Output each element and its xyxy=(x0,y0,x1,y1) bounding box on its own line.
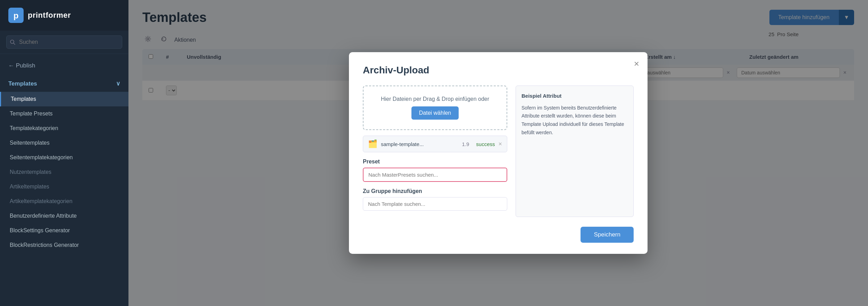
modal-body: Hier Dateien per Drag & Drop einfügen od… xyxy=(363,86,634,217)
sidebar-item-seitentemplates[interactable]: Seitentemplates xyxy=(0,136,128,150)
preset-input[interactable] xyxy=(363,168,507,182)
sidebar-templates-group: Templates ∨ Templates Template Presets T… xyxy=(0,74,128,254)
save-button[interactable]: Speichern xyxy=(581,227,634,243)
sidebar-item-template-presets[interactable]: Template Presets xyxy=(0,106,128,121)
file-status: success xyxy=(476,141,495,147)
search-icon xyxy=(10,39,15,45)
example-box-title: Beispiel Attribut xyxy=(521,91,628,100)
sidebar-back-button[interactable]: ← Publish xyxy=(0,57,128,74)
modal-left-panel: Hier Dateien per Drag & Drop einfügen od… xyxy=(363,86,507,217)
modal-right-panel: Beispiel Attribut Sofern im System berei… xyxy=(516,86,634,217)
sidebar-nav: ← Publish Templates ∨ Templates Template… xyxy=(0,54,128,257)
sidebar-item-nutzentemplates[interactable]: Nutzentemplates xyxy=(0,165,128,179)
modal: Archiv-Upload × Hier Dateien per Drag & … xyxy=(349,52,648,254)
sidebar-item-benutzerdefinierte[interactable]: Benutzerdefinierte Attribute xyxy=(0,209,128,223)
drop-zone[interactable]: Hier Dateien per Drag & Drop einfügen od… xyxy=(363,86,507,130)
modal-title: Archiv-Upload xyxy=(363,65,634,76)
sidebar-group-header-templates[interactable]: Templates ∨ xyxy=(0,75,128,92)
modal-overlay: Archiv-Upload × Hier Dateien per Drag & … xyxy=(128,0,868,306)
file-item: 🗂️ sample-template... 1.9 success × xyxy=(363,136,507,152)
example-box: Beispiel Attribut Sofern im System berei… xyxy=(516,86,634,217)
example-box-text: Sofern im System bereits Benutzerdefinie… xyxy=(521,104,628,137)
sidebar-item-artikeltemplates[interactable]: Artikeltemplates xyxy=(0,179,128,194)
sidebar-item-templatekategorien[interactable]: Templatekategorien xyxy=(0,121,128,136)
file-remove-button[interactable]: × xyxy=(498,140,502,148)
sidebar-search-container xyxy=(0,31,128,54)
chevron-down-icon: ∨ xyxy=(116,80,120,87)
sidebar-item-artikeltemplatekategorien[interactable]: Artikeltemplatekategorien xyxy=(0,194,128,209)
svg-line-3 xyxy=(14,43,15,45)
sidebar-logo: p printformer xyxy=(0,0,128,31)
search-input[interactable] xyxy=(6,35,122,49)
main-content: Templates Template hinzufügen ▼ xyxy=(128,0,868,306)
group-section: Zu Gruppe hinzufügen xyxy=(363,188,507,211)
sidebar-item-blockrestrictions[interactable]: BlockRestrictions Generator xyxy=(0,238,128,252)
sidebar: p printformer ← Publish Templates ∨ xyxy=(0,0,128,306)
group-input[interactable] xyxy=(363,197,507,211)
modal-close-button[interactable]: × xyxy=(634,59,639,68)
choose-file-button[interactable]: Datei wählen xyxy=(411,106,459,120)
preset-label: Preset xyxy=(363,159,507,165)
modal-footer: Speichern xyxy=(363,227,634,243)
drop-zone-text: Hier Dateien per Drag & Drop einfügen od… xyxy=(381,96,489,102)
group-label: Zu Gruppe hinzufügen xyxy=(363,188,507,194)
printformer-logo-icon: p xyxy=(8,8,24,23)
svg-text:p: p xyxy=(14,11,19,20)
sidebar-item-seitentemplatekategorien[interactable]: Seitentemplatekategorien xyxy=(0,150,128,165)
file-name: sample-template... xyxy=(381,141,455,147)
sidebar-item-templates[interactable]: Templates xyxy=(0,92,128,106)
file-icon: 🗂️ xyxy=(368,139,377,148)
sidebar-group-label: Templates xyxy=(8,80,37,87)
app-name: printformer xyxy=(28,11,71,20)
sidebar-item-blocksettings[interactable]: BlockSettings Generator xyxy=(0,223,128,238)
preset-section: Preset xyxy=(363,159,507,182)
file-version: 1.9 xyxy=(462,141,469,147)
